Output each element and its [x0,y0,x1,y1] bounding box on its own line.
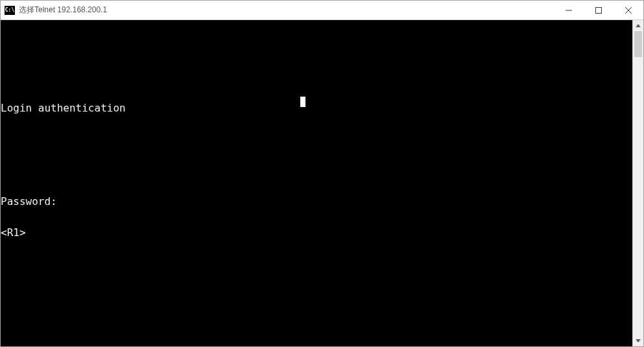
terminal-line [1,41,632,51]
terminal-line [1,72,632,82]
scroll-thumb[interactable] [634,31,642,57]
terminal-line-password: Password: [1,197,632,207]
chevron-down-icon [636,339,641,342]
maximize-button[interactable] [584,1,614,19]
minimize-icon [566,7,572,14]
vertical-scrollbar[interactable] [632,20,643,346]
scroll-down-button[interactable] [633,335,643,346]
scroll-track[interactable] [633,31,643,335]
app-icon-text: C:\ [5,7,14,13]
window-controls [554,1,643,19]
svg-rect-1 [596,7,602,13]
chevron-up-icon [636,24,641,27]
scroll-up-button[interactable] [633,20,643,31]
minimize-button[interactable] [554,1,584,19]
app-icon: C:\ [5,6,15,15]
terminal-output[interactable]: Login authentication Password: <R1> [1,20,632,346]
terminal-line-prompt: <R1> [1,228,632,238]
window-title: 选择Telnet 192.168.200.1 [19,5,554,16]
close-button[interactable] [614,1,643,19]
titlebar[interactable]: C:\ 选择Telnet 192.168.200.1 [1,1,643,20]
terminal-line-auth: Login authentication [1,103,632,114]
maximize-icon [595,7,602,14]
client-area: Login authentication Password: <R1> [1,20,643,346]
terminal-window: C:\ 选择Telnet 192.168.200.1 Login authent… [0,0,644,347]
terminal-line [1,165,632,176]
close-icon [625,7,632,14]
terminal-line [1,134,632,145]
text-cursor [300,97,305,107]
